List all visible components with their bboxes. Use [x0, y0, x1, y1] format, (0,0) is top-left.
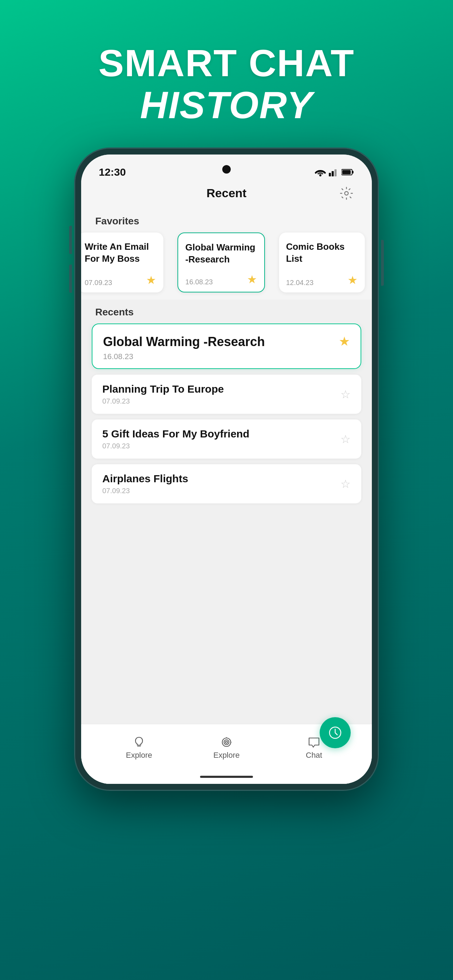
- star-icon-2[interactable]: ★: [247, 273, 257, 286]
- nav-item-explore-2[interactable]: Explore: [183, 736, 270, 760]
- recent-item-date-0: 07.09.23: [102, 397, 340, 405]
- fav-card-footer-1: 07.09.23 ★: [85, 274, 156, 287]
- recent-item-star-2[interactable]: ☆: [340, 477, 351, 491]
- svg-rect-3: [334, 169, 337, 177]
- status-time: 12:30: [99, 166, 126, 178]
- svg-point-0: [319, 174, 321, 177]
- signal-icon: [329, 168, 339, 177]
- fav-card-date-1: 07.09.23: [85, 279, 112, 287]
- status-bar: 12:30: [81, 154, 372, 183]
- svg-rect-6: [352, 171, 353, 173]
- phone-mockup: 12:30: [75, 148, 378, 790]
- fav-card-footer-3: 12.04.23 ★: [286, 274, 358, 287]
- recent-item-star-0[interactable]: ☆: [340, 388, 351, 401]
- top-bar: Recent: [81, 183, 372, 207]
- hero-title: SMART CHAT: [99, 42, 354, 84]
- history-fab-button[interactable]: [319, 717, 351, 748]
- settings-button[interactable]: [339, 186, 354, 201]
- volume-down-button: [69, 264, 72, 293]
- recent-item-title-0: Planning Trip To Europe: [102, 383, 340, 395]
- recents-label: Recents: [81, 299, 372, 323]
- fav-card-title-3: Comic Books List: [286, 241, 358, 265]
- phone-frame: 12:30: [75, 148, 378, 790]
- content-area: Favorites Write An Email For My Boss 07.…: [81, 207, 372, 784]
- volume-up-button: [69, 226, 72, 254]
- svg-rect-1: [329, 173, 331, 177]
- favorite-card-1[interactable]: Write An Email For My Boss 07.09.23 ★: [81, 232, 163, 293]
- recent-item-0[interactable]: Planning Trip To Europe 07.09.23 ☆: [92, 375, 361, 414]
- star-icon-3[interactable]: ★: [348, 274, 358, 287]
- recent-item-title-2: Airplanes Flights: [102, 473, 340, 485]
- recent-item-2[interactable]: Airplanes Flights 07.09.23 ☆: [92, 464, 361, 503]
- status-icons: [315, 168, 354, 177]
- nav-label-explore-1: Explore: [126, 751, 153, 760]
- home-bar: [200, 776, 253, 778]
- camera-notch: [222, 165, 231, 173]
- spiral-icon: [220, 736, 233, 749]
- recent-featured-date: 16.08.23: [103, 352, 350, 361]
- recent-item-date-2: 07.09.23: [102, 487, 340, 495]
- svg-rect-2: [332, 171, 334, 177]
- lightbulb-icon: [133, 736, 145, 749]
- svg-point-7: [345, 192, 348, 195]
- recent-list: Global Warming -Research ★ 16.08.23 Plan…: [81, 323, 372, 724]
- recent-item-info-0: Planning Trip To Europe 07.09.23: [102, 383, 340, 405]
- fav-card-footer-2: 16.08.23 ★: [185, 273, 257, 286]
- page-title: Recent: [207, 186, 246, 200]
- hero-section: SMART CHAT HISTORY: [99, 42, 354, 126]
- recent-featured-item[interactable]: Global Warming -Research ★ 16.08.23: [92, 323, 361, 369]
- recent-item-info-2: Airplanes Flights 07.09.23: [102, 473, 340, 495]
- favorite-card-3[interactable]: Comic Books List 12.04.23 ★: [279, 232, 365, 293]
- favorites-row: Write An Email For My Boss 07.09.23 ★ Gl…: [81, 232, 372, 299]
- recent-item-info-1: 5 Gift Ideas For My Boyfriend 07.09.23: [102, 428, 340, 450]
- recent-item-title-1: 5 Gift Ideas For My Boyfriend: [102, 428, 340, 440]
- battery-icon: [342, 169, 354, 176]
- recent-item-star-1[interactable]: ☆: [340, 433, 351, 446]
- recent-featured-header: Global Warming -Research ★: [103, 334, 350, 349]
- nav-label-explore-2: Explore: [213, 751, 240, 760]
- svg-point-9: [224, 740, 229, 745]
- svg-rect-5: [342, 170, 351, 174]
- recent-featured-star[interactable]: ★: [339, 334, 350, 349]
- wifi-icon: [315, 168, 326, 177]
- fav-card-title-2: Global Warming -Research: [185, 242, 257, 266]
- phone-screen: 12:30: [81, 154, 372, 784]
- fav-card-title-1: Write An Email For My Boss: [85, 241, 156, 265]
- settings-icon: [340, 187, 353, 200]
- svg-point-10: [226, 741, 227, 743]
- favorites-label: Favorites: [81, 207, 372, 232]
- svg-point-8: [222, 738, 231, 746]
- nav-item-explore-1[interactable]: Explore: [95, 736, 183, 760]
- star-icon-1[interactable]: ★: [146, 274, 156, 287]
- fav-card-date-3: 12.04.23: [286, 279, 314, 287]
- clock-icon: [327, 725, 343, 740]
- nav-label-chat: Chat: [306, 751, 322, 760]
- recent-item-1[interactable]: 5 Gift Ideas For My Boyfriend 07.09.23 ☆: [92, 420, 361, 458]
- hero-subtitle: HISTORY: [99, 84, 354, 126]
- bottom-navigation: Explore Explore: [81, 724, 372, 770]
- recent-item-date-1: 07.09.23: [102, 442, 340, 450]
- favorite-card-2[interactable]: Global Warming -Research 16.08.23 ★: [178, 232, 265, 293]
- fav-card-date-2: 16.08.23: [185, 278, 213, 286]
- power-button: [381, 240, 384, 286]
- home-indicator: [81, 770, 372, 784]
- recent-featured-title: Global Warming -Research: [103, 334, 333, 349]
- chat-icon: [308, 736, 320, 749]
